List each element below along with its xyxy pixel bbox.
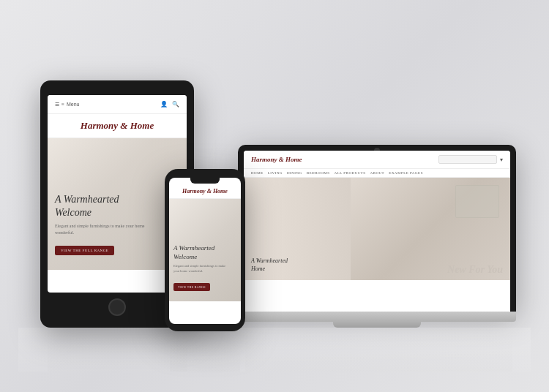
laptop-website-header: Harmony & Home ▾ (244, 151, 510, 169)
phone-screen: Harmony & Home A WarmheartedWelcome Eleg… (169, 178, 241, 324)
tablet-menu-label: ≡ (61, 102, 64, 108)
scene: Harmony & Home ▾ HOME LIVING DINING BEDR… (18, 20, 531, 372)
laptop-hero-text: A WarmheartedHome (251, 257, 288, 273)
laptop-nav-pages: EXAMPLE PAGES (389, 171, 423, 175)
tablet-user-icon: 👤 (160, 101, 168, 108)
laptop-mockup: Harmony & Home ▾ HOME LIVING DINING BEDR… (238, 145, 516, 328)
phone-frame: Harmony & Home A WarmheartedWelcome Eleg… (165, 169, 245, 331)
laptop-nav-dining: DINING (287, 171, 302, 175)
phone-hero-content: A WarmheartedWelcome Elegant and simple … (173, 244, 232, 291)
laptop-nav-about: ABOUT (370, 171, 384, 175)
laptop-site-logo: Harmony & Home (251, 156, 302, 163)
tablet-hero-content: A WarmheartedWelcome Elegant and simple … (55, 193, 157, 255)
laptop-hero-heading: A WarmheartedHome (251, 257, 288, 273)
phone-hero-subtext: Elegant and simple furnishings to make y… (173, 264, 232, 274)
phone-hero-heading: A WarmheartedWelcome (173, 244, 232, 261)
laptop-nav: HOME LIVING DINING BEDROOMS ALL PRODUCTS… (244, 169, 510, 178)
laptop-nav-living: LIVING (268, 171, 283, 175)
laptop-hero-art (455, 185, 499, 218)
phone-notch (190, 178, 220, 184)
tablet-logo-row: Harmony & Home (48, 114, 187, 138)
laptop-user-icon: ▾ (500, 157, 503, 163)
phone-site-logo: Harmony & Home (175, 188, 235, 195)
phone-mockup: Harmony & Home A WarmheartedWelcome Eleg… (165, 169, 245, 331)
tablet-site-logo: Harmony & Home (53, 120, 181, 132)
tablet-home-button (108, 298, 126, 316)
laptop-section-label: New For You (447, 264, 503, 276)
tablet-search-icon: 🔍 (172, 101, 179, 108)
tablet-hero-heading: A WarmheartedWelcome (55, 193, 157, 219)
tablet-website-header: ☰ ≡ Menu 👤 🔍 (48, 95, 187, 114)
laptop-reflection (245, 331, 512, 372)
laptop-frame: Harmony & Home ▾ HOME LIVING DINING BEDR… (238, 145, 516, 312)
phone-cta-button: VIEW THE RANGE (173, 283, 210, 291)
laptop-search (438, 155, 497, 164)
laptop-nav-bedrooms: BEDROOMS (307, 171, 330, 175)
laptop-screen: Harmony & Home ▾ HOME LIVING DINING BEDR… (244, 151, 510, 312)
tablet-menu: ☰ ≡ Menu (55, 102, 79, 108)
laptop-nav-home: HOME (251, 171, 264, 175)
laptop-nav-products: ALL PRODUCTS (335, 171, 366, 175)
phone-reflection (170, 342, 240, 372)
tablet-cta-button: VIEW THE FULL RANGE (55, 246, 114, 255)
laptop-hero: A WarmheartedHome New For You (244, 178, 510, 280)
hamburger-icon: ☰ (55, 102, 59, 108)
phone-hero: A WarmheartedWelcome Elegant and simple … (169, 199, 241, 301)
tablet-menu-text: Menu (67, 102, 80, 107)
tablet-reflection (48, 335, 187, 372)
tablet-hero-subtext: Elegant and simple furnishings to make y… (55, 223, 157, 235)
tablet-action-icons: 👤 🔍 (160, 101, 179, 108)
